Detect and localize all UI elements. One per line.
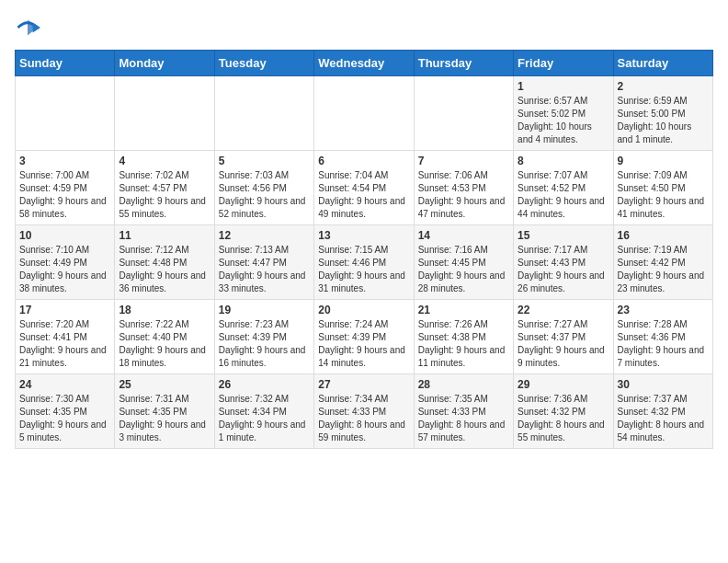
calendar-cell: 23Sunrise: 7:28 AM Sunset: 4:36 PM Dayli…: [613, 300, 712, 374]
calendar-cell: 1Sunrise: 6:57 AM Sunset: 5:02 PM Daylig…: [514, 76, 613, 151]
day-content: Sunrise: 7:23 AM Sunset: 4:39 PM Dayligh…: [219, 318, 310, 370]
day-content: Sunrise: 7:27 AM Sunset: 4:37 PM Dayligh…: [518, 318, 609, 370]
day-number: 6: [318, 155, 409, 167]
calendar-cell: 21Sunrise: 7:26 AM Sunset: 4:38 PM Dayli…: [414, 300, 513, 374]
day-number: 27: [318, 378, 409, 391]
day-number: 28: [418, 378, 509, 391]
week-row-4: 17Sunrise: 7:20 AM Sunset: 4:41 PM Dayli…: [16, 300, 713, 374]
week-row-5: 24Sunrise: 7:30 AM Sunset: 4:35 PM Dayli…: [16, 374, 713, 449]
day-number: 9: [618, 155, 709, 167]
day-content: Sunrise: 7:13 AM Sunset: 4:47 PM Dayligh…: [219, 244, 310, 295]
week-row-2: 3Sunrise: 7:00 AM Sunset: 4:59 PM Daylig…: [16, 151, 713, 225]
calendar-cell: 29Sunrise: 7:36 AM Sunset: 4:32 PM Dayli…: [514, 374, 613, 449]
day-number: 7: [418, 155, 509, 167]
calendar-cell: 27Sunrise: 7:34 AM Sunset: 4:33 PM Dayli…: [314, 374, 414, 449]
day-number: 21: [418, 304, 509, 316]
calendar-cell: 30Sunrise: 7:37 AM Sunset: 4:32 PM Dayli…: [613, 374, 712, 449]
calendar-cell: 16Sunrise: 7:19 AM Sunset: 4:42 PM Dayli…: [613, 225, 712, 300]
week-row-3: 10Sunrise: 7:10 AM Sunset: 4:49 PM Dayli…: [16, 225, 713, 300]
day-number: 15: [518, 229, 609, 242]
calendar-cell: 17Sunrise: 7:20 AM Sunset: 4:41 PM Dayli…: [16, 300, 115, 374]
calendar-cell: 18Sunrise: 7:22 AM Sunset: 4:40 PM Dayli…: [115, 300, 214, 374]
calendar-cell: 7Sunrise: 7:06 AM Sunset: 4:53 PM Daylig…: [414, 151, 513, 225]
day-content: Sunrise: 7:03 AM Sunset: 4:56 PM Dayligh…: [219, 169, 310, 221]
day-content: Sunrise: 7:35 AM Sunset: 4:33 PM Dayligh…: [418, 393, 509, 444]
day-content: Sunrise: 6:59 AM Sunset: 5:00 PM Dayligh…: [618, 95, 709, 146]
day-number: 25: [119, 378, 210, 391]
day-content: Sunrise: 7:06 AM Sunset: 4:53 PM Dayligh…: [418, 169, 509, 221]
day-number: 22: [518, 304, 609, 316]
logo: [15, 15, 44, 40]
calendar-cell: 26Sunrise: 7:32 AM Sunset: 4:34 PM Dayli…: [214, 374, 313, 449]
day-number: 17: [19, 304, 110, 316]
calendar-cell: 22Sunrise: 7:27 AM Sunset: 4:37 PM Dayli…: [514, 300, 613, 374]
header-day-wednesday: Wednesday: [314, 51, 414, 76]
calendar-cell: 4Sunrise: 7:02 AM Sunset: 4:57 PM Daylig…: [115, 151, 214, 225]
day-content: Sunrise: 7:09 AM Sunset: 4:50 PM Dayligh…: [618, 169, 709, 221]
calendar-cell: 15Sunrise: 7:17 AM Sunset: 4:43 PM Dayli…: [514, 225, 613, 300]
day-content: Sunrise: 7:20 AM Sunset: 4:41 PM Dayligh…: [19, 318, 110, 370]
day-content: Sunrise: 7:34 AM Sunset: 4:33 PM Dayligh…: [318, 393, 409, 444]
calendar-cell: 14Sunrise: 7:16 AM Sunset: 4:45 PM Dayli…: [414, 225, 513, 300]
day-number: 24: [19, 378, 110, 391]
day-content: Sunrise: 7:22 AM Sunset: 4:40 PM Dayligh…: [119, 318, 210, 370]
day-number: 5: [219, 155, 310, 167]
week-row-1: 1Sunrise: 6:57 AM Sunset: 5:02 PM Daylig…: [16, 76, 713, 151]
day-number: 26: [219, 378, 310, 391]
header-day-friday: Friday: [514, 51, 613, 76]
day-content: Sunrise: 7:17 AM Sunset: 4:43 PM Dayligh…: [518, 244, 609, 295]
day-number: 12: [219, 229, 310, 242]
calendar-cell: [115, 76, 214, 151]
day-number: 18: [119, 304, 210, 316]
day-content: Sunrise: 7:36 AM Sunset: 4:32 PM Dayligh…: [518, 393, 609, 444]
day-number: 29: [518, 378, 609, 391]
calendar-cell: [16, 76, 115, 151]
day-content: Sunrise: 7:26 AM Sunset: 4:38 PM Dayligh…: [418, 318, 509, 370]
calendar-cell: 8Sunrise: 7:07 AM Sunset: 4:52 PM Daylig…: [514, 151, 613, 225]
calendar-cell: 24Sunrise: 7:30 AM Sunset: 4:35 PM Dayli…: [16, 374, 115, 449]
day-number: 1: [518, 80, 609, 93]
day-content: Sunrise: 7:02 AM Sunset: 4:57 PM Dayligh…: [119, 169, 210, 221]
day-content: Sunrise: 7:12 AM Sunset: 4:48 PM Dayligh…: [119, 244, 210, 295]
day-number: 8: [518, 155, 609, 167]
day-number: 16: [618, 229, 709, 242]
day-content: Sunrise: 7:28 AM Sunset: 4:36 PM Dayligh…: [618, 318, 709, 370]
calendar-cell: 25Sunrise: 7:31 AM Sunset: 4:35 PM Dayli…: [115, 374, 214, 449]
calendar-cell: 12Sunrise: 7:13 AM Sunset: 4:47 PM Dayli…: [214, 225, 313, 300]
day-number: 30: [618, 378, 709, 391]
calendar-cell: 28Sunrise: 7:35 AM Sunset: 4:33 PM Dayli…: [414, 374, 513, 449]
day-content: Sunrise: 7:24 AM Sunset: 4:39 PM Dayligh…: [318, 318, 409, 370]
day-content: Sunrise: 7:15 AM Sunset: 4:46 PM Dayligh…: [318, 244, 409, 295]
calendar-cell: 19Sunrise: 7:23 AM Sunset: 4:39 PM Dayli…: [214, 300, 313, 374]
header-day-saturday: Saturday: [613, 51, 712, 76]
day-content: Sunrise: 6:57 AM Sunset: 5:02 PM Dayligh…: [518, 95, 609, 146]
day-number: 19: [219, 304, 310, 316]
calendar-cell: 9Sunrise: 7:09 AM Sunset: 4:50 PM Daylig…: [613, 151, 712, 225]
calendar-cell: 5Sunrise: 7:03 AM Sunset: 4:56 PM Daylig…: [214, 151, 313, 225]
header-row: SundayMondayTuesdayWednesdayThursdayFrid…: [16, 51, 713, 76]
calendar-table: SundayMondayTuesdayWednesdayThursdayFrid…: [15, 50, 713, 449]
calendar-cell: 20Sunrise: 7:24 AM Sunset: 4:39 PM Dayli…: [314, 300, 414, 374]
day-content: Sunrise: 7:30 AM Sunset: 4:35 PM Dayligh…: [19, 393, 110, 444]
calendar-cell: [214, 76, 313, 151]
day-content: Sunrise: 7:00 AM Sunset: 4:59 PM Dayligh…: [19, 169, 110, 221]
day-content: Sunrise: 7:19 AM Sunset: 4:42 PM Dayligh…: [618, 244, 709, 295]
calendar-cell: 3Sunrise: 7:00 AM Sunset: 4:59 PM Daylig…: [16, 151, 115, 225]
calendar-cell: [414, 76, 513, 151]
logo-icon: [15, 15, 40, 40]
day-number: 23: [618, 304, 709, 316]
header: [15, 15, 713, 40]
day-number: 4: [119, 155, 210, 167]
day-number: 13: [318, 229, 409, 242]
header-day-sunday: Sunday: [16, 51, 115, 76]
calendar-cell: [314, 76, 414, 151]
day-content: Sunrise: 7:31 AM Sunset: 4:35 PM Dayligh…: [119, 393, 210, 444]
day-content: Sunrise: 7:07 AM Sunset: 4:52 PM Dayligh…: [518, 169, 609, 221]
day-content: Sunrise: 7:37 AM Sunset: 4:32 PM Dayligh…: [618, 393, 709, 444]
day-number: 3: [19, 155, 110, 167]
header-day-tuesday: Tuesday: [214, 51, 313, 76]
day-content: Sunrise: 7:32 AM Sunset: 4:34 PM Dayligh…: [219, 393, 310, 444]
calendar-cell: 10Sunrise: 7:10 AM Sunset: 4:49 PM Dayli…: [16, 225, 115, 300]
calendar-cell: 13Sunrise: 7:15 AM Sunset: 4:46 PM Dayli…: [314, 225, 414, 300]
day-number: 20: [318, 304, 409, 316]
